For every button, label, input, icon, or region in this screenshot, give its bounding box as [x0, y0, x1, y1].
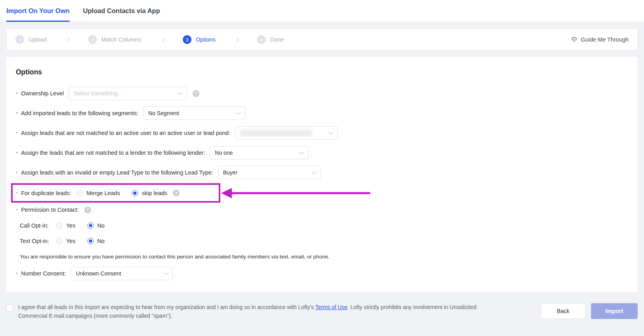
help-icon[interactable] [84, 207, 91, 213]
text-opt-in-label: Text Opt-in: [20, 238, 56, 244]
agreement-text: I agree that all leads in this import ar… [18, 303, 485, 321]
duplicate-leads-label: For duplicate leads: [16, 190, 71, 196]
merge-leads-radio-option[interactable]: Merge Leads [77, 190, 120, 196]
step-match-columns[interactable]: 2 Match Columns [88, 35, 141, 44]
redacted-value [240, 130, 312, 137]
chevron-down-icon [163, 270, 169, 275]
lead-pond-label: Assign leads that are not matched to an … [16, 130, 230, 136]
lender-label: Assign the leads that are not matched to… [16, 150, 205, 156]
step-number-badge: 2 [88, 35, 97, 44]
chevron-right-icon [159, 37, 165, 42]
segments-row: Add imported leads to the following segm… [16, 106, 628, 120]
number-consent-label: Number Consent: [16, 270, 66, 277]
step-number-badge: 4 [257, 35, 266, 44]
select-value: No Segment [148, 110, 179, 116]
select-value: Unknown Consent [76, 270, 121, 277]
ownership-level-row: Ownership Level Select Something... [16, 87, 628, 100]
tab-bar: Import On Your Own Upload Contacts via A… [0, 0, 644, 22]
tab-label: Upload Contacts via App [83, 7, 160, 15]
select-placeholder: Select Something... [74, 90, 121, 97]
radio-unselected-icon [77, 190, 83, 196]
lender-row: Assign the leads that are not matched to… [16, 146, 628, 159]
step-label: Upload [28, 36, 47, 43]
radio-unselected-icon [56, 222, 63, 229]
duplicate-leads-row: For duplicate leads: Merge Leads skip le… [16, 183, 628, 203]
chevron-down-icon [236, 110, 241, 115]
ownership-level-select[interactable]: Select Something... [68, 87, 187, 100]
step-number-badge: 1 [15, 35, 24, 44]
chevron-down-icon [311, 169, 316, 174]
merge-leads-radio-label: Merge Leads [87, 190, 120, 196]
highlight-arrowhead-annotation [221, 188, 232, 198]
help-icon[interactable] [193, 90, 199, 97]
lead-type-label: Assign leads with an invalid or empty Le… [16, 169, 213, 176]
call-opt-in-no-option[interactable]: No [87, 222, 105, 229]
lead-type-select[interactable]: Buyer [218, 166, 321, 179]
chevron-right-icon [65, 37, 70, 42]
chevron-down-icon [299, 149, 304, 154]
radio-unselected-icon [56, 238, 63, 244]
call-opt-in-row: Call Opt-in: Yes No [16, 221, 628, 230]
number-consent-row: Number Consent: Unknown Consent [16, 267, 628, 280]
tab-label: Import On Your Own [6, 7, 70, 15]
tab-import-on-your-own[interactable]: Import On Your Own [6, 0, 70, 22]
radio-selected-icon [87, 222, 94, 229]
step-label: Options [196, 36, 216, 43]
guide-me-through-button[interactable]: Guide Me Through [571, 36, 629, 43]
chevron-right-icon [234, 37, 239, 42]
step-label: Match Columns [101, 36, 141, 43]
highlight-arrow-annotation [231, 192, 370, 194]
segments-label: Add imported leads to the following segm… [16, 110, 138, 116]
ownership-level-label: Ownership Level [16, 90, 64, 97]
text-opt-in-yes-label: Yes [66, 238, 76, 244]
radio-selected-icon [87, 238, 94, 244]
lead-pond-row: Assign leads that are not matched to an … [16, 126, 628, 140]
footer-bar: I agree that all leads in this import ar… [0, 303, 644, 321]
signpost-icon [571, 36, 578, 43]
call-opt-in-label: Call Opt-in: [20, 222, 56, 229]
step-label: Done [270, 36, 284, 43]
radio-selected-icon [132, 190, 138, 196]
step-options[interactable]: 3 Options [183, 35, 216, 44]
lead-pond-select[interactable] [235, 126, 338, 140]
back-button[interactable]: Back [541, 303, 585, 319]
agreement-text-before: I agree that all leads in this import ar… [18, 304, 315, 310]
call-opt-in-yes-option[interactable]: Yes [56, 222, 76, 229]
agree-checkbox[interactable] [6, 304, 13, 311]
segments-select[interactable]: No Segment [143, 106, 245, 120]
permission-disclaimer-text: You are responsible to ensure you have p… [16, 254, 628, 260]
permission-row: Permission to Contact: [16, 205, 628, 215]
skip-leads-radio-option[interactable]: skip leads [132, 190, 167, 196]
permission-label: Permission to Contact: [16, 207, 79, 213]
page-title: Options [16, 68, 628, 76]
chevron-down-icon [178, 90, 183, 95]
text-opt-in-no-option[interactable]: No [87, 238, 105, 244]
chevron-down-icon [328, 129, 333, 135]
text-opt-in-yes-option[interactable]: Yes [56, 238, 76, 244]
text-opt-in-no-label: No [97, 238, 105, 244]
terms-of-use-link[interactable]: Terms of Use [315, 304, 347, 310]
step-upload[interactable]: 1 Upload [15, 35, 47, 44]
skip-leads-radio-label: skip leads [142, 190, 167, 196]
lender-select[interactable]: No one [210, 146, 309, 159]
tab-upload-contacts-via-app[interactable]: Upload Contacts via App [83, 0, 160, 22]
select-value: Buyer [223, 169, 238, 176]
wizard-stepper: 1 Upload 2 Match Columns 3 Options 4 Don… [6, 28, 638, 51]
import-button[interactable]: Import [591, 303, 638, 319]
options-panel: Options Ownership Level Select Something… [6, 57, 638, 292]
call-opt-in-no-label: No [97, 222, 105, 229]
lead-type-row: Assign leads with an invalid or empty Le… [16, 166, 628, 179]
text-opt-in-row: Text Opt-in: Yes No [16, 236, 628, 246]
number-consent-select[interactable]: Unknown Consent [71, 267, 173, 280]
step-number-badge: 3 [183, 35, 191, 44]
guide-me-through-label: Guide Me Through [581, 36, 629, 43]
select-value: No one [215, 150, 233, 156]
help-icon[interactable] [173, 190, 180, 196]
call-opt-in-yes-label: Yes [66, 222, 76, 229]
footer-buttons: Back Import [541, 303, 638, 319]
step-done[interactable]: 4 Done [257, 35, 284, 44]
